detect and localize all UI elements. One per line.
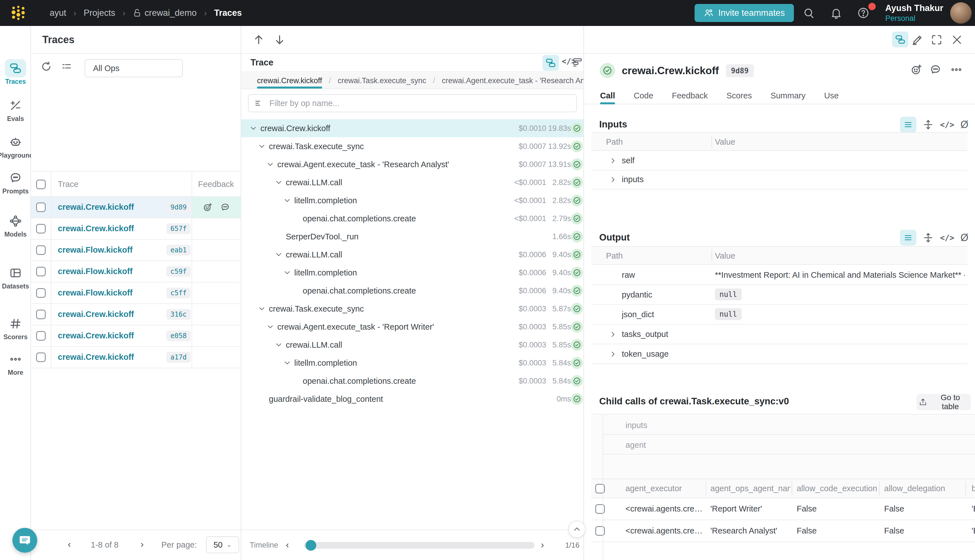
close-icon[interactable]: [951, 33, 963, 46]
timeline-next-icon[interactable]: ›: [541, 540, 544, 549]
chevron-right-icon[interactable]: [609, 157, 617, 165]
trace-name[interactable]: crewai.Crew.kickoff: [58, 202, 134, 212]
chevron-down-icon[interactable]: [274, 250, 286, 259]
avatar[interactable]: [950, 2, 972, 24]
trace-name[interactable]: crewai.Flow.kickoff: [58, 245, 133, 255]
op-tab-crew-kickoff[interactable]: crewai.Crew.kickoff: [257, 73, 322, 88]
chevron-down-icon[interactable]: [249, 124, 260, 133]
chat-support-button[interactable]: [12, 528, 37, 553]
code-view-icon[interactable]: </>: [940, 120, 954, 130]
ops-filter-select[interactable]: All Ops: [85, 59, 183, 77]
table-row[interactable]: crewai.Flow.kickoff c5ff: [31, 283, 240, 304]
timeline-slider[interactable]: [304, 542, 534, 549]
invite-teammates-button[interactable]: Invite teammates: [695, 4, 794, 22]
hide-values-icon[interactable]: Ø: [961, 233, 968, 243]
child-call-row[interactable]: <crewai.agents.cre… 'Research Analyst' F…: [591, 520, 975, 542]
trace-name[interactable]: crewai.Flow.kickoff: [58, 288, 133, 297]
row-checkbox[interactable]: [36, 352, 46, 362]
row-checkbox[interactable]: [595, 504, 605, 514]
code-view-icon[interactable]: </>: [940, 233, 954, 242]
flamegraph-view-toggle[interactable]: [572, 57, 583, 68]
row-checkbox[interactable]: [36, 224, 46, 233]
edit-pencil-icon[interactable]: [911, 33, 924, 46]
column-header[interactable]: agent_ops_agent_nan: [710, 484, 790, 493]
row-checkbox[interactable]: [36, 288, 46, 298]
input-row[interactable]: inputs: [591, 170, 968, 190]
timeline-prev-icon[interactable]: ‹: [286, 540, 289, 549]
output-row[interactable]: token_usage: [591, 344, 968, 364]
detail-tab[interactable]: Feedback: [672, 87, 708, 104]
call-tree-row[interactable]: litellm.completion <$0.0001 2.82s: [241, 192, 583, 210]
chevron-down-icon[interactable]: [283, 196, 294, 205]
call-tree-row[interactable]: crewai.Crew.kickoff $0.0010 19.83s: [241, 119, 583, 137]
table-row[interactable]: crewai.Flow.kickoff eab1: [31, 240, 240, 261]
chevron-down-icon[interactable]: [274, 178, 286, 187]
column-header[interactable]: allow_delegation: [884, 484, 966, 493]
row-checkbox[interactable]: [36, 310, 46, 319]
timeline-slider-handle[interactable]: [306, 540, 316, 551]
output-row[interactable]: pydantic null: [591, 285, 968, 305]
sidebar-item-more[interactable]: More: [0, 350, 31, 377]
sidebar-item-datasets[interactable]: Datasets: [0, 264, 31, 290]
previous-call-arrow-up-icon[interactable]: [252, 33, 265, 47]
output-row[interactable]: raw **Investment Report: AI in Chemical …: [591, 265, 968, 285]
add-reaction-icon[interactable]: [910, 63, 923, 76]
call-tree-row[interactable]: openai.chat.completions.create $0.0006 9…: [241, 282, 583, 300]
tree-view-toggle[interactable]: [543, 55, 559, 71]
trace-name[interactable]: crewai.Crew.kickoff: [58, 331, 134, 340]
sidebar-item-prompts[interactable]: Prompts: [0, 169, 31, 195]
hide-values-icon[interactable]: Ø: [961, 120, 968, 130]
search-icon[interactable]: [803, 6, 816, 20]
call-id-badge[interactable]: 9d89: [726, 64, 754, 77]
expand-collapse-rows-icon[interactable]: [923, 232, 934, 243]
expand-collapse-rows-icon[interactable]: [923, 119, 934, 130]
chevron-right-icon[interactable]: [609, 330, 617, 338]
call-tree-row[interactable]: crewai.Agent.execute_task - 'Report Writ…: [241, 318, 583, 336]
call-tree-row[interactable]: guardrail-validate_blog_content 0ms: [241, 390, 583, 408]
table-row[interactable]: crewai.Crew.kickoff 657f: [31, 218, 240, 240]
row-checkbox[interactable]: [36, 245, 46, 255]
chevron-down-icon[interactable]: [283, 268, 294, 277]
input-row[interactable]: self: [591, 151, 968, 171]
sidebar-item-playground[interactable]: Playground: [0, 133, 31, 159]
output-row[interactable]: tasks_output: [591, 325, 968, 344]
call-tree-row[interactable]: crewai.Task.execute_sync $0.0007 13.92s: [241, 137, 583, 155]
chevron-right-icon[interactable]: [609, 350, 617, 358]
op-name-filter[interactable]: [248, 94, 577, 112]
show-tree-toggle[interactable]: [892, 32, 908, 47]
op-tab-agent-execute[interactable]: crewai.Agent.execute_task - 'Research An…: [442, 73, 583, 88]
go-to-table-button[interactable]: Go to table: [917, 394, 971, 410]
notifications-bell-icon[interactable]: [830, 6, 843, 20]
detail-tab[interactable]: Summary: [770, 87, 805, 104]
detail-tab[interactable]: Code: [634, 87, 653, 104]
detail-tab[interactable]: Scores: [726, 87, 752, 104]
call-tree-row[interactable]: litellm.completion $0.0003 5.84s: [241, 354, 583, 372]
chevron-right-icon[interactable]: [609, 175, 617, 184]
call-tree-row[interactable]: crewai.LLM.call $0.0003 5.85s: [241, 336, 583, 354]
column-header[interactable]: b: [972, 484, 975, 493]
column-settings-icon[interactable]: [61, 61, 72, 72]
table-row[interactable]: crewai.Crew.kickoff 316c: [31, 304, 240, 325]
wandb-logo-icon[interactable]: [10, 5, 27, 21]
trace-name[interactable]: crewai.Crew.kickoff: [58, 224, 134, 233]
table-row[interactable]: crewai.Flow.kickoff c59f: [31, 261, 240, 283]
chevron-down-icon[interactable]: [274, 341, 286, 349]
next-page-icon[interactable]: ›: [140, 539, 144, 549]
row-checkbox[interactable]: [36, 267, 46, 276]
row-checkbox[interactable]: [595, 526, 605, 536]
table-row[interactable]: crewai.Crew.kickoff a17d: [31, 347, 240, 368]
call-tree-row[interactable]: crewai.Agent.execute_task - 'Research An…: [241, 155, 583, 173]
chevron-down-icon[interactable]: [266, 160, 277, 168]
child-call-row[interactable]: <crewai.agents.cre… 'Report Writer' Fals…: [591, 498, 975, 520]
column-header[interactable]: agent_executor: [626, 484, 706, 493]
breadcrumb-project[interactable]: crewai_demo: [133, 8, 197, 18]
row-checkbox[interactable]: [36, 202, 46, 212]
next-call-arrow-down-icon[interactable]: [273, 33, 286, 47]
breadcrumb-entity[interactable]: ayut: [50, 8, 66, 18]
select-all-checkbox[interactable]: [595, 484, 605, 493]
breadcrumb-current[interactable]: Traces: [214, 8, 242, 18]
call-tree-row[interactable]: crewai.LLM.call $0.0006 9.40s: [241, 246, 583, 263]
call-tree-row[interactable]: openai.chat.completions.create <$0.0001 …: [241, 210, 583, 228]
prev-page-icon[interactable]: ‹: [68, 539, 71, 549]
sidebar-item-traces[interactable]: Traces: [0, 59, 31, 85]
